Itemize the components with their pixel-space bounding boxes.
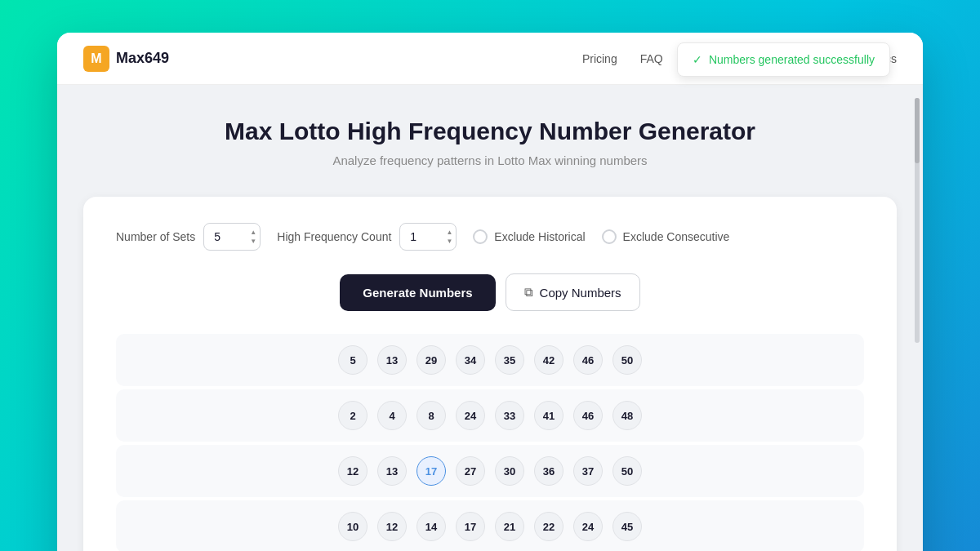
ball: 12 (377, 512, 407, 541)
ball: 42 (534, 345, 564, 375)
sets-control: Number of Sets ▲ ▼ (116, 223, 261, 251)
ball: 37 (573, 456, 603, 486)
ball: 10 (338, 512, 368, 541)
sets-spinner: ▲ ▼ (249, 229, 257, 246)
ball: 45 (612, 512, 642, 541)
sets-label: Number of Sets (116, 230, 195, 243)
navbar: M Max649 Pricing FAQ Blog Lotto Max Cont… (57, 33, 923, 85)
ball: 36 (534, 456, 564, 486)
ball: 8 (416, 401, 446, 430)
copy-icon: ⧉ (524, 285, 533, 300)
exclude-consecutive-checkbox[interactable] (602, 229, 617, 244)
ball: 41 (534, 401, 564, 430)
ball: 30 (495, 456, 524, 486)
ball: 22 (534, 512, 564, 541)
page-title: Max Lotto High Frequency Number Generato… (83, 118, 897, 145)
number-rows: 5 13 29 34 35 42 46 50 2 4 8 24 33 41 (116, 334, 864, 551)
ball: 35 (495, 345, 524, 375)
ball: 5 (338, 345, 368, 375)
controls-row: Number of Sets ▲ ▼ High Frequency Count (116, 223, 864, 251)
ball: 14 (416, 512, 446, 541)
ball: 50 (612, 456, 642, 486)
ball: 13 (377, 456, 407, 486)
freq-label: High Frequency Count (277, 230, 391, 243)
freq-up[interactable]: ▲ (445, 229, 453, 237)
logo: M Max649 (83, 46, 169, 72)
ball: 24 (456, 401, 485, 430)
ball: 17 (456, 512, 485, 541)
number-row-1: 5 13 29 34 35 42 46 50 (116, 334, 864, 386)
ball: 34 (456, 345, 485, 375)
ball: 46 (573, 401, 603, 430)
logo-name: Max649 (116, 50, 169, 67)
exclude-historical-group: Exclude Historical (473, 229, 585, 244)
ball: 48 (612, 401, 642, 430)
ball-highlighted: 17 (416, 456, 446, 486)
exclude-consecutive-group: Exclude Consecutive (602, 229, 730, 244)
freq-spinner: ▲ ▼ (445, 229, 453, 246)
nav-faq[interactable]: FAQ (640, 52, 663, 65)
number-row-3: 12 13 17 27 30 36 37 50 (116, 445, 864, 497)
exclude-historical-checkbox[interactable] (473, 229, 488, 244)
sets-input-wrapper: ▲ ▼ (203, 223, 261, 251)
scrollbar[interactable] (915, 98, 920, 343)
sets-up[interactable]: ▲ (249, 229, 257, 237)
exclude-historical-label[interactable]: Exclude Historical (494, 230, 585, 243)
main-card: Number of Sets ▲ ▼ High Frequency Count (83, 197, 897, 551)
toast-message: Numbers generated successfully (709, 53, 875, 66)
generate-button[interactable]: Generate Numbers (340, 274, 495, 311)
page-subtitle: Analyze frequency patterns in Lotto Max … (83, 153, 897, 167)
copy-button[interactable]: ⧉ Copy Numbers (506, 273, 640, 311)
success-toast: ✓ Numbers generated successfully (677, 42, 890, 77)
ball: 12 (338, 456, 368, 486)
ball: 21 (495, 512, 524, 541)
ball: 29 (416, 345, 446, 375)
ball: 33 (495, 401, 524, 430)
number-row-2: 2 4 8 24 33 41 46 48 (116, 389, 864, 442)
check-icon: ✓ (693, 53, 702, 66)
main-content: Max Lotto High Frequency Number Generato… (57, 85, 923, 551)
ball: 50 (612, 345, 642, 375)
freq-down[interactable]: ▼ (445, 238, 453, 246)
freq-input-wrapper: ▲ ▼ (399, 223, 457, 251)
ball: 13 (377, 345, 407, 375)
ball: 27 (456, 456, 485, 486)
freq-control: High Frequency Count ▲ ▼ (277, 223, 457, 251)
number-row-4: 10 12 14 17 21 22 24 45 (116, 500, 864, 551)
ball: 46 (573, 345, 603, 375)
ball: 24 (573, 512, 603, 541)
exclude-consecutive-label[interactable]: Exclude Consecutive (623, 230, 730, 243)
ball: 4 (377, 401, 407, 430)
ball: 2 (338, 401, 368, 430)
logo-icon: M (83, 46, 109, 72)
buttons-row: Generate Numbers ⧉ Copy Numbers (116, 273, 864, 311)
sets-down[interactable]: ▼ (249, 238, 257, 246)
nav-pricing[interactable]: Pricing (582, 52, 617, 65)
